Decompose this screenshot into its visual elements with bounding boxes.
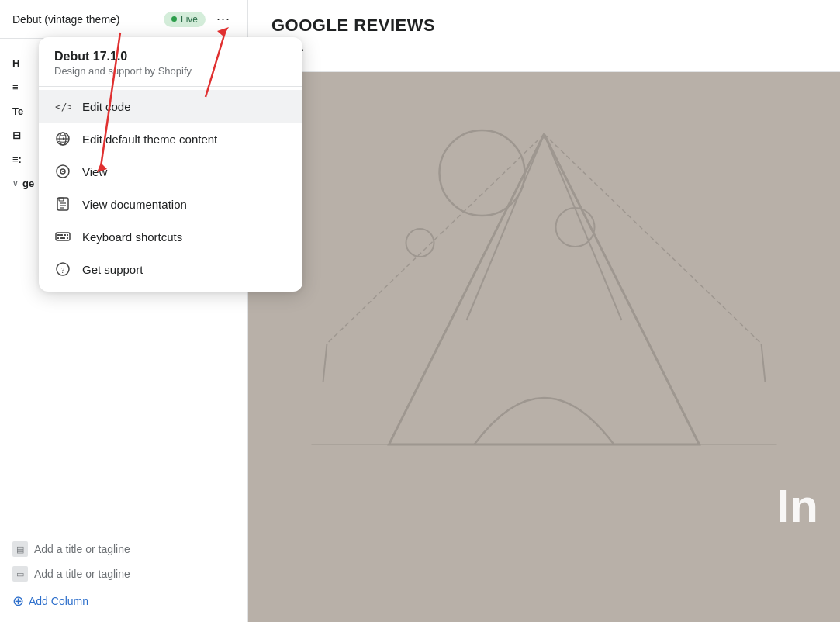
preview-title: GOOGLE REVIEWS	[271, 16, 817, 36]
dropdown-item-view-docs[interactable]: View documentation	[39, 188, 302, 220]
live-label: Live	[181, 14, 198, 25]
svg-line-34	[323, 344, 327, 382]
theme-title: Debut (vintage theme)	[12, 13, 157, 26]
svg-rect-17	[57, 237, 59, 239]
svg-rect-19	[67, 237, 68, 239]
more-button[interactable]: ···	[212, 9, 235, 29]
dropdown-item-edit-theme-content[interactable]: Edit default theme content	[39, 123, 302, 155]
live-badge: Live	[164, 12, 206, 27]
header-bar: Debut (vintage theme) Live ···	[0, 0, 247, 39]
dropdown-subtitle: Design and support by Shopify	[54, 65, 287, 77]
view-icon	[54, 163, 71, 180]
svg-line-30	[467, 134, 544, 320]
svg-text:In: In	[777, 480, 818, 532]
svg-point-28	[406, 229, 434, 257]
svg-text:?: ?	[61, 265, 65, 275]
svg-line-33	[544, 134, 762, 344]
preview-header: GOOGLE REVIEWS FSL	[248, 0, 840, 72]
add-column-label: Add Column	[29, 595, 88, 607]
view-docs-label: View documentation	[82, 198, 187, 211]
dropdown-item-edit-code[interactable]: </> Edit code	[39, 90, 302, 123]
live-dot	[171, 16, 177, 22]
svg-text:</>: </>	[55, 101, 71, 112]
dropdown-menu: Debut 17.1.0 Design and support by Shopi…	[39, 37, 302, 292]
svg-rect-15	[64, 234, 66, 236]
svg-point-26	[440, 130, 525, 216]
svg-line-35	[762, 344, 766, 382]
bottom-item-label-2: Add a title or tagline	[34, 568, 130, 580]
svg-rect-14	[60, 234, 63, 236]
dropdown-header: Debut 17.1.0 Design and support by Shopi…	[39, 47, 302, 86]
dropdown-divider	[39, 86, 302, 87]
tent-illustration: In	[248, 72, 840, 553]
get-support-icon: ?	[54, 261, 71, 278]
expand-icon: ∨	[12, 179, 18, 188]
view-docs-icon	[54, 195, 71, 213]
dropdown-item-keyboard-shortcuts[interactable]: Keyboard shortcuts	[39, 220, 302, 253]
dropdown-item-get-support[interactable]: ? Get support	[39, 253, 302, 285]
edit-theme-content-icon	[54, 130, 71, 147]
bottom-item-2[interactable]: ▭ Add a title or tagline	[12, 562, 235, 586]
svg-point-6	[62, 171, 64, 172]
edit-theme-content-label: Edit default theme content	[82, 133, 217, 146]
dropdown-theme-name: Debut 17.1.0	[54, 50, 287, 64]
keyboard-shortcuts-icon	[54, 228, 71, 245]
svg-rect-18	[60, 237, 65, 239]
bottom-item-icon-2: ▭	[12, 566, 28, 582]
main-layout: Debut (vintage theme) Live ··· H ≡ Te ⊟	[0, 0, 840, 622]
edit-code-label: Edit code	[82, 100, 131, 113]
bottom-item-1[interactable]: ▤ Add a title or tagline	[12, 537, 235, 562]
get-support-label: Get support	[82, 263, 143, 276]
sidebar: Debut (vintage theme) Live ··· H ≡ Te ⊟	[0, 0, 248, 622]
bottom-item-label-1: Add a title or tagline	[34, 543, 130, 555]
keyboard-shortcuts-label: Keyboard shortcuts	[82, 230, 182, 244]
svg-rect-13	[57, 234, 60, 236]
preview-subtitle: FSL	[271, 36, 817, 56]
edit-code-icon: </>	[54, 98, 71, 115]
svg-line-32	[327, 134, 544, 344]
preview-image-area: In	[248, 72, 840, 553]
bottom-items: ▤ Add a title or tagline ▭ Add a title o…	[0, 530, 247, 622]
bottom-item-icon-1: ▤	[12, 541, 28, 557]
svg-rect-16	[67, 234, 68, 236]
preview-area: GOOGLE REVIEWS FSL	[248, 0, 840, 622]
dropdown-item-view[interactable]: View	[39, 155, 302, 188]
view-label: View	[82, 165, 107, 178]
add-column-button[interactable]: ⊕ Add Column	[12, 586, 235, 616]
add-column-icon: ⊕	[12, 593, 24, 610]
svg-rect-12	[56, 233, 70, 240]
